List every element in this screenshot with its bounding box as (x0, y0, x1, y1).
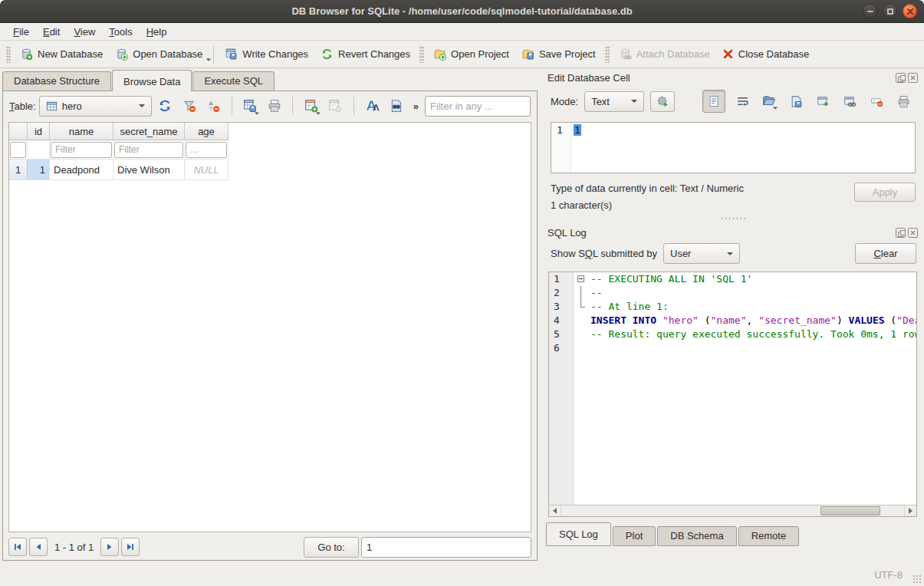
resize-grip[interactable] (912, 574, 922, 584)
revert-changes-button[interactable]: Revert Changes (314, 44, 416, 64)
open-in-external-button[interactable] (813, 91, 833, 111)
float-dock-icon[interactable] (896, 228, 906, 238)
cell-id[interactable]: 1 (28, 160, 50, 180)
filter-any-input[interactable] (425, 96, 531, 117)
browse-toolbar: Table: hero (3, 91, 537, 120)
close-button[interactable] (903, 4, 917, 18)
tab-remote[interactable]: Remote (738, 526, 800, 546)
filter-input-id[interactable] (10, 142, 26, 158)
toolbar-grip[interactable] (605, 46, 610, 63)
print-button[interactable] (264, 96, 284, 117)
auto-switch-mode-button[interactable] (650, 91, 675, 112)
attach-database-button[interactable]: Attach Database (613, 44, 716, 64)
toolbar-separator (353, 97, 354, 115)
cell-editor-textarea[interactable]: 1 1 (551, 122, 916, 173)
text-mode-toggle-button[interactable] (702, 90, 725, 113)
toolbar-overflow-button[interactable]: » (410, 100, 422, 112)
tab-plot[interactable]: Plot (613, 526, 656, 546)
word-wrap-button[interactable] (732, 91, 752, 111)
toolbar-separator (292, 97, 293, 115)
tab-browse-data[interactable]: Browse Data (112, 70, 192, 91)
open-database-dropdown-icon[interactable] (206, 58, 211, 61)
tab-execute-sql[interactable]: Execute SQL (192, 71, 275, 91)
grid-corner (9, 123, 28, 140)
close-dock-icon[interactable] (908, 228, 918, 238)
menu-edit[interactable]: Edit (36, 25, 67, 39)
open-project-button[interactable]: Open Project (427, 44, 515, 64)
menu-tools[interactable]: Tools (102, 25, 139, 39)
mode-select[interactable]: Text (584, 91, 644, 112)
row-header[interactable]: 1 (9, 160, 28, 180)
export-data-button[interactable] (786, 91, 806, 111)
menu-view[interactable]: View (67, 25, 102, 39)
filter-input-name[interactable] (51, 142, 112, 158)
goto-input[interactable] (361, 537, 531, 558)
save-project-button[interactable]: Save Project (515, 44, 602, 64)
minimize-button[interactable] (863, 4, 877, 18)
close-dock-icon[interactable] (908, 73, 918, 83)
scroll-right-arrow-icon[interactable] (904, 505, 916, 516)
save-results-button[interactable] (240, 96, 261, 117)
float-dock-icon[interactable] (896, 73, 906, 83)
close-database-button[interactable]: Close Database (716, 44, 816, 64)
apply-button[interactable]: Apply (854, 183, 916, 202)
tab-db-schema[interactable]: DB Schema (657, 526, 736, 546)
write-changes-button[interactable]: Write Changes (219, 44, 314, 64)
clear-filters-button[interactable] (179, 96, 199, 117)
copy-link-button[interactable] (840, 91, 860, 111)
insert-record-button[interactable] (301, 96, 321, 117)
tab-sql-log[interactable]: SQL Log (546, 522, 611, 546)
set-null-button[interactable] (866, 91, 886, 111)
attach-database-icon (619, 48, 632, 61)
print-cell-button[interactable] (893, 91, 913, 111)
right-pane: Edit Database Cell Mode: Text (541, 68, 924, 564)
previous-record-button[interactable] (29, 538, 48, 556)
import-dropdown-icon[interactable] (773, 107, 778, 110)
save-results-dropdown-icon[interactable] (255, 112, 259, 114)
filter-input-age[interactable] (186, 142, 227, 158)
goto-button[interactable]: Go to: (304, 537, 359, 558)
table-select[interactable]: hero (39, 96, 152, 117)
fold-collapse-icon[interactable] (574, 272, 590, 286)
show-sql-select[interactable]: User (663, 243, 740, 264)
import-data-button[interactable] (759, 91, 779, 111)
open-database-button[interactable]: Open Database (109, 44, 209, 64)
cell-secret-name[interactable]: Dive Wilson (113, 160, 185, 180)
left-pane: Database Structure Browse Data Execute S… (0, 68, 541, 561)
last-record-button[interactable] (121, 538, 140, 556)
edit-display-format-button[interactable] (362, 96, 383, 117)
sql-log-lines: 1-- EXECUTING ALL IN 'SQL 1'2--3-- At li… (549, 272, 916, 505)
sql-log-hscrollbar[interactable] (549, 505, 916, 516)
column-header-id[interactable]: id (28, 123, 50, 140)
column-header-age[interactable]: age (185, 123, 229, 140)
main-toolbar: New Database Open Database Write Changes (0, 41, 924, 68)
find-in-table-button[interactable] (386, 96, 406, 117)
refresh-button[interactable] (155, 96, 176, 117)
toolbar-grip[interactable] (419, 46, 424, 63)
next-record-icon (105, 542, 114, 551)
delete-record-button[interactable] (325, 96, 346, 117)
cell-name[interactable]: Deadpond (50, 160, 113, 180)
scrollbar-thumb[interactable] (820, 506, 880, 515)
maximize-button[interactable] (883, 4, 897, 18)
column-header-secret-name[interactable]: secret_name (113, 123, 185, 140)
cell-age[interactable]: NULL (185, 160, 229, 180)
next-record-button[interactable] (100, 538, 119, 556)
sql-log-view[interactable]: 1-- EXECUTING ALL IN 'SQL 1'2--3-- At li… (548, 272, 917, 517)
toolbar-grip[interactable] (6, 46, 11, 63)
tab-database-structure[interactable]: Database Structure (2, 71, 111, 91)
app-window: DB Browser for SQLite - /home/user/code/… (0, 0, 924, 586)
scroll-left-arrow-icon[interactable] (549, 505, 561, 516)
clear-log-button[interactable]: Clear (855, 243, 916, 264)
first-record-button[interactable] (8, 538, 27, 556)
write-changes-icon (225, 48, 238, 61)
menu-help[interactable]: Help (140, 25, 174, 39)
new-database-button[interactable]: New Database (14, 44, 109, 64)
filter-input-secret-name[interactable] (114, 142, 183, 158)
clear-sorting-button[interactable] (202, 96, 223, 117)
last-record-icon (126, 542, 135, 551)
dock-splitter[interactable] (541, 214, 924, 223)
column-header-name[interactable]: name (50, 123, 113, 140)
insert-record-dropdown-icon[interactable] (316, 112, 321, 114)
menu-file[interactable]: File (6, 25, 36, 39)
